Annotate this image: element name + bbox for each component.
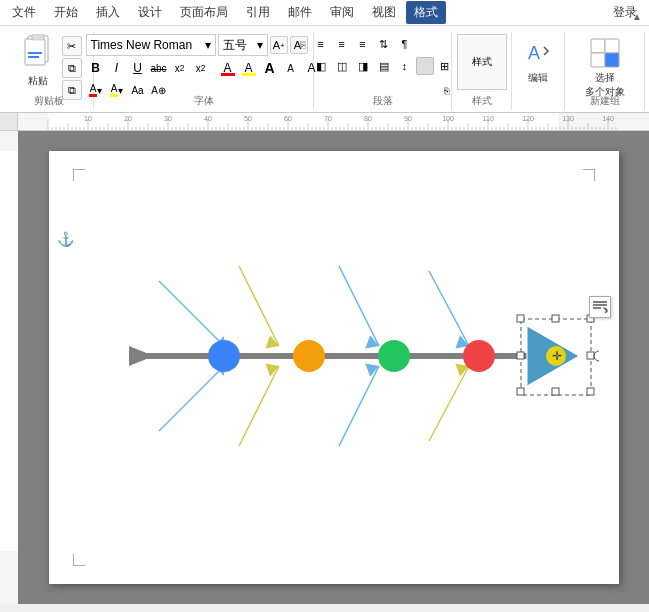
list-number-button[interactable]: ≡: [332, 34, 352, 54]
text-wrap-button[interactable]: [589, 296, 611, 318]
svg-text:✛: ✛: [552, 349, 562, 363]
line-spacing-button[interactable]: ↕: [395, 56, 415, 76]
align-left-button[interactable]: ◧: [311, 56, 331, 76]
cut-button[interactable]: ✂: [62, 36, 82, 56]
menu-view[interactable]: 视图: [364, 1, 404, 24]
editing-button[interactable]: A 编辑: [515, 34, 561, 88]
svg-point-198: [378, 340, 410, 372]
svg-line-190: [239, 366, 279, 446]
ribbon-content: 粘贴 ✂ ⧉ ⧉ 剪贴板 Times New Roman ▾: [0, 30, 649, 112]
svg-rect-203: [552, 315, 559, 322]
svg-text:10: 10: [84, 115, 92, 122]
svg-rect-207: [552, 388, 559, 395]
menu-layout[interactable]: 页面布局: [172, 1, 236, 24]
show-marks-button[interactable]: ¶: [395, 34, 415, 54]
font-size-value: 五号: [223, 37, 247, 54]
svg-text:140: 140: [602, 115, 614, 122]
ribbon-collapse-button[interactable]: ▲: [629, 8, 645, 24]
select-multi-icon: [589, 37, 621, 69]
font-expand-button[interactable]: A⊕: [149, 80, 169, 100]
font-size-dropdown-icon: ▾: [257, 38, 263, 52]
svg-text:90: 90: [404, 115, 412, 122]
font-size-big-button[interactable]: A: [260, 58, 280, 78]
styles-label: 样式: [472, 92, 492, 108]
font-dialog-launcher[interactable]: ⎘: [295, 36, 311, 52]
svg-point-197: [293, 340, 325, 372]
vertical-ruler-svg: [0, 131, 18, 604]
styles-gallery[interactable]: 样式: [457, 34, 507, 90]
paste-button[interactable]: 粘贴: [16, 34, 60, 88]
paragraph-dialog-launcher[interactable]: ⎘: [444, 86, 449, 96]
italic-button[interactable]: I: [107, 58, 127, 78]
ribbon: 粘贴 ✂ ⧉ ⧉ 剪贴板 Times New Roman ▾: [0, 26, 649, 113]
bold-button[interactable]: B: [86, 58, 106, 78]
font-name-dropdown-icon: ▾: [205, 38, 211, 52]
svg-rect-177: [0, 151, 18, 551]
svg-text:100: 100: [442, 115, 454, 122]
paragraph-label: 段落: [373, 92, 393, 108]
font-name-selector[interactable]: Times New Roman ▾: [86, 34, 216, 56]
font-increase-button[interactable]: A+: [270, 36, 288, 54]
ruler-corner: [0, 113, 18, 131]
margin-corner-tl: [73, 169, 85, 181]
menu-bar: 文件 开始 插入 设计 页面布局 引用 邮件 审阅 视图 格式 登录: [0, 0, 649, 26]
align-center-button[interactable]: ◫: [332, 56, 352, 76]
margin-corner-tr: [583, 169, 595, 181]
svg-point-196: [208, 340, 240, 372]
ribbon-group-new: 选择多个对象 新建组: [565, 32, 645, 110]
copy-button[interactable]: ⧉: [62, 58, 82, 78]
menu-review[interactable]: 审阅: [322, 1, 362, 24]
ruler-main: // This is in SVG, not executed. We'll d…: [18, 113, 649, 131]
shading-button[interactable]: [416, 57, 434, 75]
svg-text:40: 40: [204, 115, 212, 122]
svg-text:60: 60: [284, 115, 292, 122]
font-size-selector[interactable]: 五号 ▾: [218, 34, 268, 56]
clipboard-small-buttons: ✂ ⧉ ⧉: [62, 36, 82, 100]
menu-format[interactable]: 格式: [406, 1, 446, 24]
svg-point-212: [594, 351, 599, 361]
align-justify-button[interactable]: ▤: [374, 56, 394, 76]
svg-marker-185: [365, 335, 381, 352]
svg-line-182: [239, 266, 279, 346]
underline-button[interactable]: U: [128, 58, 148, 78]
font-a-icon: A: [89, 83, 98, 97]
menu-insert[interactable]: 插入: [88, 1, 128, 24]
ribbon-group-editing: A 编辑: [512, 32, 565, 110]
sort-button[interactable]: ⇅: [374, 34, 394, 54]
superscript-button[interactable]: x2: [191, 58, 211, 78]
highlight-button[interactable]: A: [239, 58, 259, 78]
menu-mail[interactable]: 邮件: [280, 1, 320, 24]
margin-corner-bl: [73, 554, 85, 566]
font-color-chevron: ▾: [97, 85, 102, 96]
svg-marker-179: [129, 346, 154, 366]
svg-rect-202: [517, 315, 524, 322]
ribbon-group-styles: 样式 样式: [452, 32, 512, 110]
list-indent-button[interactable]: ≡: [353, 34, 373, 54]
aa-button[interactable]: Aa: [128, 80, 148, 100]
svg-rect-8: [591, 53, 605, 67]
highlight-bar: [242, 73, 256, 76]
font-color-dropdown[interactable]: A ▾: [86, 80, 106, 100]
menu-reference[interactable]: 引用: [238, 1, 278, 24]
document-area: ⚓: [0, 131, 649, 604]
subscript-button[interactable]: x2: [170, 58, 190, 78]
svg-line-180: [159, 281, 224, 346]
fishbone-diagram: ✛: [69, 171, 599, 521]
font-size-small-button[interactable]: A: [281, 58, 301, 78]
svg-line-188: [159, 366, 224, 431]
strikethrough-button[interactable]: abc: [149, 58, 169, 78]
svg-text:110: 110: [482, 115, 494, 122]
font-color-a-button[interactable]: A: [218, 58, 238, 78]
align-right-button[interactable]: ◨: [353, 56, 373, 76]
font-label: 字体: [194, 92, 214, 108]
list-bullet-button[interactable]: ≡: [311, 34, 331, 54]
svg-text:130: 130: [562, 115, 574, 122]
highlight-dropdown[interactable]: A ▾: [107, 80, 127, 100]
editing-icon: A: [522, 37, 554, 69]
menu-design[interactable]: 设计: [130, 1, 170, 24]
ribbon-group-font: Times New Roman ▾ 五号 ▾ A+ A- B I U abc: [94, 32, 314, 110]
menu-start[interactable]: 开始: [46, 1, 86, 24]
paste-special-button[interactable]: ⧉: [62, 80, 82, 100]
font-format-row-2: A ▾ A ▾ Aa A⊕: [86, 80, 169, 100]
menu-file[interactable]: 文件: [4, 1, 44, 24]
